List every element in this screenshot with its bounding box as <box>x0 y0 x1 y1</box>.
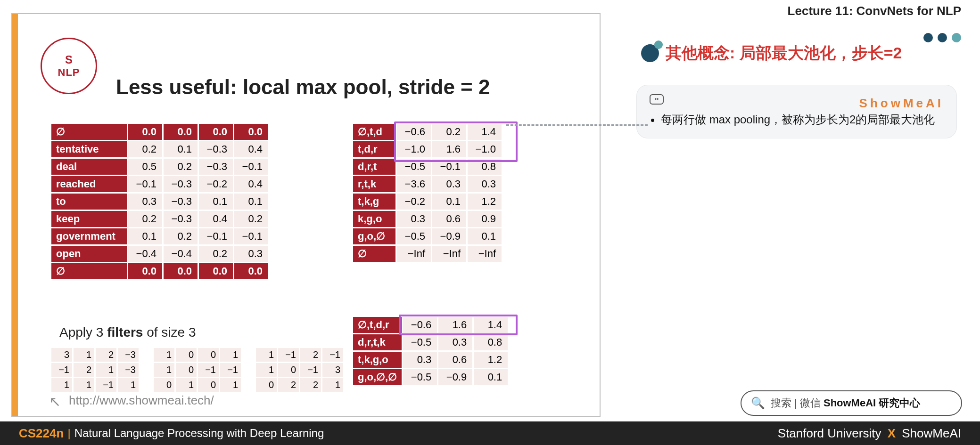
filter-cell: 0 <box>256 378 277 392</box>
filter-cell: 1 <box>74 378 94 392</box>
stanford-nlp-logo: S NLP <box>41 38 97 94</box>
cell: −0.1 <box>234 159 268 175</box>
cell: −1.0 <box>397 141 431 157</box>
cell: −0.1 <box>432 159 466 175</box>
cell: 0.3 <box>234 246 268 262</box>
row-label: g,o,∅,∅ <box>353 369 402 385</box>
cell: −0.9 <box>438 369 472 385</box>
cell: −0.5 <box>397 159 431 175</box>
row-label: open <box>51 246 127 262</box>
cell: −0.4 <box>164 246 198 262</box>
cell: −0.6 <box>403 317 437 333</box>
cell: 0.3 <box>432 176 466 192</box>
cell: 0.4 <box>199 211 233 227</box>
cell: 0.4 <box>234 176 268 192</box>
conv-table: ∅,t,d−0.60.21.4t,d,r−1.01.6−1.0d,r,t−0.5… <box>352 122 503 263</box>
cell: 0.2 <box>199 246 233 262</box>
filter-cell: 0 <box>198 348 219 362</box>
cell: 0.1 <box>234 194 268 210</box>
filter-cell: 1 <box>154 348 174 362</box>
filter-cell: 0 <box>278 363 299 377</box>
cell: 1.6 <box>438 317 472 333</box>
row-label: ∅,t,d,r <box>353 317 402 333</box>
cell: 0.6 <box>432 211 466 227</box>
decorative-dots <box>919 33 961 44</box>
lecture-header: Lecture 11: ConvNets for NLP <box>788 4 961 18</box>
filter-cell: 0 <box>176 363 197 377</box>
filter-cell: 1 <box>118 378 139 392</box>
search-pill[interactable]: 🔍 搜索 | 微信 ShowMeAI 研究中心 <box>741 390 962 416</box>
cell: 0.8 <box>474 334 508 350</box>
cell: −0.3 <box>164 176 198 192</box>
cell: 0.0 <box>234 124 268 140</box>
filter-cell: 1 <box>154 363 174 377</box>
cell: −0.6 <box>397 124 431 140</box>
cell: 0.2 <box>234 211 268 227</box>
row-label: ∅,t,d <box>353 124 395 140</box>
footer-sep: | <box>67 427 70 440</box>
orange-bar <box>12 14 18 416</box>
cell: 0.0 <box>199 263 233 279</box>
filter-table: 1−12−110−130221 <box>255 347 345 393</box>
row-label: deal <box>51 159 127 175</box>
row-label: d,r,t <box>353 159 395 175</box>
cell: 0.1 <box>164 141 198 157</box>
source-url: http://www.showmeai.tech/ <box>69 393 214 408</box>
dashed-connector <box>506 124 648 126</box>
cell: 0.0 <box>199 124 233 140</box>
filter-cell: −1 <box>96 378 116 392</box>
cell: −3.6 <box>397 176 431 192</box>
cell: 0.2 <box>128 211 162 227</box>
cell: 1.6 <box>432 141 466 157</box>
cell: 0.6 <box>438 352 472 368</box>
cell: −0.3 <box>199 159 233 175</box>
cell: 0.0 <box>128 124 162 140</box>
cell: 0.5 <box>128 159 162 175</box>
cell: −0.3 <box>164 211 198 227</box>
title-bullet-icon <box>641 44 659 62</box>
search-hint: 搜索 | 微信 <box>771 396 821 410</box>
row-label: ∅ <box>51 263 127 279</box>
cell: 0.0 <box>164 124 198 140</box>
cell: −1.0 <box>468 141 502 157</box>
row-label: reached <box>51 176 127 192</box>
row-label: tentative <box>51 141 127 157</box>
filter-cell: 1 <box>96 363 116 377</box>
cell: 0.0 <box>234 263 268 279</box>
cell: −0.2 <box>397 194 431 210</box>
filters-wrap: 312−3−121−311−11100110−1−101011−12−110−1… <box>50 347 345 393</box>
filter-cell: 1 <box>220 378 241 392</box>
filter-cell: −1 <box>51 363 72 377</box>
filter-cell: 2 <box>96 348 116 362</box>
section-title-text: 其他概念: 局部最大池化，步长=2 <box>666 42 902 64</box>
filter-cell: 2 <box>300 348 321 362</box>
course-subtitle: Natural Language Processing with Deep Le… <box>74 427 324 440</box>
cell: 1.2 <box>468 194 502 210</box>
cell: −0.2 <box>199 176 233 192</box>
cell: −0.1 <box>234 228 268 244</box>
filter-cell: −1 <box>198 363 219 377</box>
cursor-icon: ↖ <box>49 393 61 410</box>
slide-box: S NLP Less useful: local max pool, strid… <box>11 13 601 417</box>
cell: 0.8 <box>468 159 502 175</box>
course-code: CS224n <box>19 426 64 441</box>
search-icon: 🔍 <box>751 396 765 410</box>
filter-cell: −1 <box>300 363 321 377</box>
filter-cell: 3 <box>322 363 343 377</box>
filter-cell: 1 <box>74 348 94 362</box>
cell: 0.2 <box>432 124 466 140</box>
filter-cell: −3 <box>118 348 139 362</box>
filter-cell: −3 <box>118 363 139 377</box>
cell: 0.3 <box>397 211 431 227</box>
filter-table: 312−3−121−311−11 <box>50 347 140 393</box>
footer-right: Stanford University X ShowMeAI <box>778 426 961 441</box>
cell: −0.3 <box>199 141 233 157</box>
cell: 1.4 <box>474 317 508 333</box>
filter-cell: 1 <box>256 363 277 377</box>
filter-cell: 1 <box>176 378 197 392</box>
filter-cell: 0 <box>154 378 174 392</box>
cell: −0.1 <box>128 176 162 192</box>
cell: 0.0 <box>164 263 198 279</box>
cell: 0.1 <box>468 228 502 244</box>
cell: −Inf <box>397 246 431 262</box>
